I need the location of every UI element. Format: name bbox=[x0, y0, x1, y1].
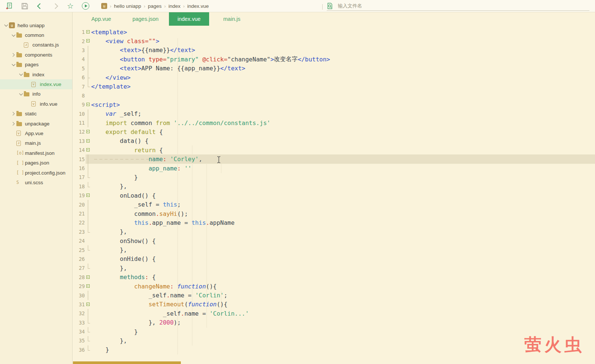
save-button[interactable] bbox=[20, 1, 29, 11]
code-line-24[interactable]: 24 onShow() { bbox=[73, 236, 595, 245]
code-line-3[interactable]: 3 <text>{{name}}</text> bbox=[73, 46, 595, 55]
code-line-19[interactable]: 19 onLoad() { bbox=[73, 191, 595, 200]
code-line-21[interactable]: 21 common.sayHi(); bbox=[73, 209, 595, 218]
code-line-7[interactable]: 7</template> bbox=[73, 82, 595, 91]
fold-toggle-icon[interactable] bbox=[86, 100, 91, 109]
code-line-27[interactable]: 27 }, bbox=[73, 264, 595, 272]
fold-toggle-icon[interactable] bbox=[86, 28, 91, 36]
tree-item-components[interactable]: components bbox=[0, 50, 72, 60]
tree-item-constants-js[interactable]: Jconstants.js bbox=[0, 40, 72, 50]
tab-index-vue[interactable]: index.vue bbox=[169, 12, 209, 26]
code-line-36[interactable]: 36 } bbox=[73, 345, 595, 354]
code-text: methods: { bbox=[91, 273, 595, 282]
tree-item-manifest-json[interactable]: [o]manifest.json bbox=[0, 148, 72, 158]
tree-item-info-vue[interactable]: Vinfo.vue bbox=[0, 99, 72, 109]
fold-guide bbox=[86, 327, 91, 336]
chevron-right-icon[interactable] bbox=[10, 112, 16, 115]
code-line-18[interactable]: 18 }, bbox=[73, 182, 595, 191]
code-lines[interactable]: 1<template>2 <view class="">3 <text>{{na… bbox=[73, 28, 595, 354]
breadcrumb-item-index[interactable]: index bbox=[169, 3, 180, 9]
tree-item-uni-scss[interactable]: Suni.scss bbox=[0, 178, 72, 187]
tree-item-label: info.vue bbox=[40, 101, 57, 107]
fold-guide bbox=[86, 64, 91, 73]
horizontal-scrollbar[interactable] bbox=[73, 361, 181, 364]
code-line-32[interactable]: 32 _self.name = 'Corlin...' bbox=[73, 309, 595, 318]
navigate-back-button[interactable] bbox=[35, 1, 45, 11]
chevron-down-icon[interactable] bbox=[3, 25, 9, 26]
code-line-26[interactable]: 26 onHide() { bbox=[73, 255, 595, 264]
code-line-15[interactable]: 15 name: 'Corley', bbox=[73, 154, 595, 163]
tree-item-pages-json[interactable]: [ ]pages.json bbox=[0, 158, 72, 167]
code-line-12[interactable]: 12 export default { bbox=[73, 127, 595, 136]
fold-toggle-icon[interactable] bbox=[86, 282, 91, 291]
fold-toggle-icon[interactable] bbox=[86, 191, 91, 200]
code-line-29[interactable]: 29 changeName: function(){ bbox=[73, 282, 595, 291]
file-tree[interactable]: uhello uniappcommonJconstants.jscomponen… bbox=[0, 20, 72, 188]
run-button[interactable] bbox=[81, 1, 90, 11]
breadcrumb-item-project[interactable]: hello uniapp bbox=[114, 3, 141, 9]
code-line-11[interactable]: 11 import common from '../../common/cons… bbox=[73, 118, 595, 127]
code-line-17[interactable]: 17 } bbox=[73, 173, 595, 182]
fold-toggle-icon[interactable] bbox=[86, 36, 91, 45]
fold-toggle-icon[interactable] bbox=[86, 300, 91, 309]
tab-pages-json[interactable]: pages.json bbox=[122, 12, 169, 26]
fold-toggle-icon[interactable] bbox=[86, 127, 91, 136]
tree-item-unpackage[interactable]: unpackage bbox=[0, 119, 72, 128]
code-line-28[interactable]: 28 methods: { bbox=[73, 273, 595, 282]
new-file-button[interactable] bbox=[4, 1, 14, 11]
tree-item-pages[interactable]: pages bbox=[0, 60, 72, 70]
folder-icon bbox=[16, 52, 24, 57]
breadcrumb-item-pages[interactable]: pages bbox=[148, 3, 162, 9]
code-line-31[interactable]: 31 setTimeout(function(){ bbox=[73, 300, 595, 309]
tab-app-vue[interactable]: App.vue bbox=[80, 12, 122, 26]
tab-main-js[interactable]: main.js bbox=[209, 12, 255, 26]
code-line-33[interactable]: 33 }, 2000); bbox=[73, 318, 595, 327]
breadcrumb-separator: › bbox=[183, 3, 185, 9]
code-line-23[interactable]: 23 }, bbox=[73, 227, 595, 236]
project-sidebar: uhello uniappcommonJconstants.jscomponen… bbox=[0, 12, 73, 364]
chevron-down-icon[interactable] bbox=[10, 35, 16, 36]
code-line-35[interactable]: 35 }, bbox=[73, 336, 595, 345]
tree-item-main-js[interactable]: Jmain.js bbox=[0, 138, 72, 148]
line-number: 30 bbox=[73, 293, 86, 298]
code-line-30[interactable]: 30 _self.name = 'Corlin'; bbox=[73, 291, 595, 300]
code-line-5[interactable]: 5 <text>APP Name: {{app_name}}</text> bbox=[73, 64, 595, 73]
favorite-button[interactable]: ☆ bbox=[65, 1, 75, 11]
code-line-2[interactable]: 2 <view class=""> bbox=[73, 36, 595, 45]
code-line-9[interactable]: 9<script> bbox=[73, 100, 595, 109]
code-line-1[interactable]: 1<template> bbox=[73, 28, 595, 36]
code-line-22[interactable]: 22 this.app_name = this.appName bbox=[73, 218, 595, 227]
breadcrumb-item-file[interactable]: index.vue bbox=[187, 3, 209, 9]
tree-item-index[interactable]: index bbox=[0, 70, 72, 79]
fold-toggle-icon[interactable] bbox=[86, 273, 91, 282]
code-line-25[interactable]: 25 }, bbox=[73, 245, 595, 254]
tree-item-common[interactable]: common bbox=[0, 30, 72, 40]
chevron-down-icon[interactable] bbox=[18, 74, 24, 75]
code-line-34[interactable]: 34 } bbox=[73, 327, 595, 336]
tree-item-info[interactable]: info bbox=[0, 89, 72, 99]
tree-item-app-vue[interactable]: VApp.vue bbox=[0, 128, 72, 138]
code-line-10[interactable]: 10 var _self; bbox=[73, 109, 595, 118]
navigate-forward-button[interactable] bbox=[50, 1, 60, 11]
code-line-13[interactable]: 13 data() { bbox=[73, 137, 595, 146]
search-input[interactable] bbox=[337, 3, 569, 9]
code-line-4[interactable]: 4 <button type="primary" @click="changeN… bbox=[73, 55, 595, 64]
tree-item-label: index.vue bbox=[40, 82, 61, 87]
code-editor[interactable]: 1<template>2 <view class="">3 <text>{{na… bbox=[73, 26, 595, 364]
code-line-14[interactable]: 14 return { bbox=[73, 146, 595, 154]
tree-item-index-vue[interactable]: Vindex.vue bbox=[0, 79, 72, 89]
fold-toggle-icon[interactable] bbox=[86, 137, 91, 146]
tree-item-hello-uniapp[interactable]: uhello uniapp bbox=[0, 20, 72, 30]
code-text: this.app_name = this.appName bbox=[91, 218, 595, 227]
code-line-8[interactable]: 8 bbox=[73, 91, 595, 100]
tree-item-static[interactable]: static bbox=[0, 109, 72, 119]
chevron-right-icon[interactable] bbox=[10, 54, 16, 56]
code-line-16[interactable]: 16 app_name: '' bbox=[73, 164, 595, 173]
fold-toggle-icon[interactable] bbox=[86, 146, 91, 154]
code-line-20[interactable]: 20 _self = this; bbox=[73, 200, 595, 209]
chevron-down-icon[interactable] bbox=[18, 93, 24, 95]
chevron-right-icon[interactable] bbox=[10, 122, 16, 125]
code-line-6[interactable]: 6 </view> bbox=[73, 73, 595, 82]
chevron-down-icon[interactable] bbox=[10, 64, 16, 66]
tree-item-project-config-json[interactable]: [ ]project.config.json bbox=[0, 168, 72, 178]
